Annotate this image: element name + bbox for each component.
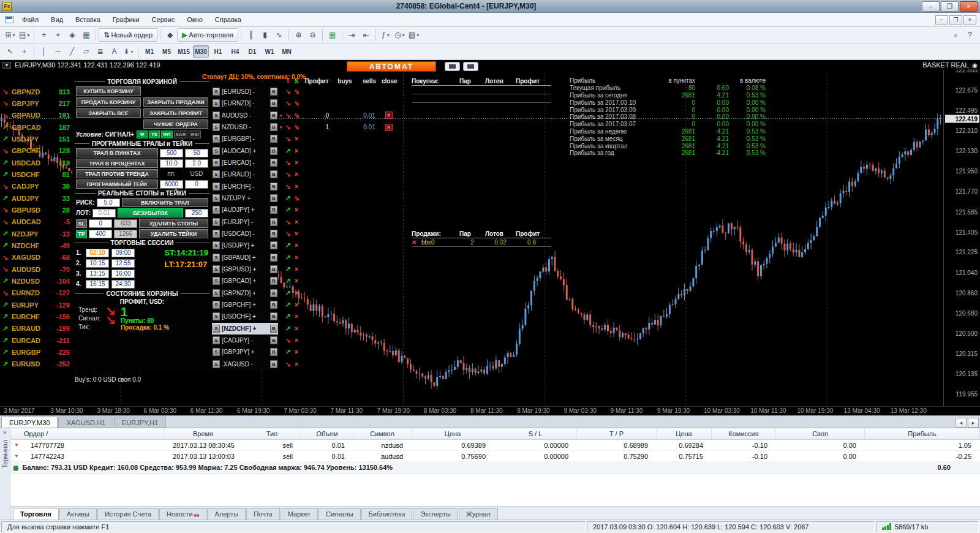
sell-pair-button[interactable]: S: [213, 254, 220, 262]
buy-pair-button[interactable]: B: [270, 88, 277, 96]
breakeven-button[interactable]: БЕЗУБЫТОК: [118, 208, 183, 217]
printer-icon[interactable]: [463, 62, 478, 71]
price-axis[interactable]: 122.855122.675122.495122.310122.130121.9…: [943, 60, 980, 406]
trail-button[interactable]: ТРАЛ В ПРОЦЕНТАХ: [76, 159, 158, 168]
orders-column-header[interactable]: Своп: [776, 428, 865, 439]
session-from-input[interactable]: [86, 270, 109, 278]
buy-pair-button[interactable]: B: [270, 99, 277, 107]
timeframe-w1[interactable]: W1: [262, 45, 277, 58]
auto-scroll-button[interactable]: ⇥: [345, 28, 359, 42]
menu-service[interactable]: Сервис: [146, 13, 181, 26]
navigator-button[interactable]: ◈: [65, 28, 79, 42]
chart-bars-button[interactable]: ║: [244, 28, 258, 42]
signal-row[interactable]: S [EURNZD] - B ↘⇘: [212, 97, 396, 109]
watch-pair-gbpaud[interactable]: ↘ GBPAUD 191: [0, 110, 72, 121]
watch-pair-audcad[interactable]: ↘ AUDCAD -5: [0, 216, 72, 228]
signal-row[interactable]: S [GBPUSD] + B ↗×: [212, 263, 396, 275]
collapse-panel-icon[interactable]: ▼: [2, 62, 11, 69]
signal-row[interactable]: S NZDJPY + B ↗⇘: [212, 192, 396, 204]
sell-pair-button[interactable]: S: [213, 159, 220, 167]
metaeditor-button[interactable]: ◆: [163, 28, 177, 42]
buy-pair-button[interactable]: B: [270, 325, 277, 333]
close-basket-icon[interactable]: ✕: [412, 239, 421, 246]
new-order-button[interactable]: ⇅Новый ордер: [99, 28, 157, 42]
enable-trail-button[interactable]: ВКЛЮЧИТЬ ТРАЛ: [122, 198, 208, 207]
terminal-tab-торговля[interactable]: Торговля: [13, 508, 59, 520]
chart-window-icon[interactable]: [5, 16, 13, 23]
watch-pair-usdcad[interactable]: ↗ USDCAD 119: [0, 157, 72, 168]
sell-pair-button[interactable]: S: [213, 218, 220, 226]
mdi-close-button[interactable]: ×: [963, 15, 976, 25]
sell-pair-button[interactable]: S: [213, 135, 220, 143]
signal-row[interactable]: S [NZDCHF] + B ↗×: [212, 323, 396, 335]
tp-input[interactable]: [89, 230, 112, 238]
menu-insert[interactable]: Вставка: [69, 13, 107, 26]
timeframe-h4[interactable]: H4: [227, 45, 243, 58]
crosshair-button[interactable]: +: [17, 45, 31, 58]
buy-pair-button[interactable]: B: [270, 230, 277, 238]
watch-pair-gbpcad[interactable]: ↗ GBPCAD 187: [0, 121, 72, 133]
help-pointer-button[interactable]: ?: [963, 28, 977, 42]
session-from-input[interactable]: [86, 259, 109, 268]
signal-row[interactable]: S [EURAUD] - B ↘×: [212, 168, 396, 180]
signal-row[interactable]: S .XAGUSD - B ↘×: [212, 358, 396, 370]
signal-row[interactable]: S [USDCHF] + B ↗×: [212, 311, 396, 322]
orders-column-header[interactable]: T / P: [577, 428, 657, 439]
sell-pair-button[interactable]: S: [213, 265, 220, 273]
session-to-input[interactable]: [111, 280, 135, 289]
foreign-orders-button[interactable]: ЧУЖИЕ ОРДЕРА: [143, 119, 208, 129]
signal-row[interactable]: S [USDJPY] + B ↗×: [212, 240, 396, 251]
buy-pair-button[interactable]: B: [270, 241, 277, 249]
vertical-line-button[interactable]: │: [37, 45, 51, 58]
terminal-tab-журнал[interactable]: Журнал: [459, 508, 498, 520]
buy-pair-button[interactable]: B: [270, 159, 277, 167]
orders-column-header[interactable]: Время: [164, 428, 243, 439]
sell-pair-button[interactable]: S: [213, 360, 220, 368]
trail-value-input[interactable]: [185, 159, 208, 168]
sell-pair-button[interactable]: S: [213, 183, 220, 191]
session-to-input[interactable]: [111, 270, 135, 278]
buy-pair-button[interactable]: B: [270, 254, 277, 262]
lot-input[interactable]: [92, 209, 116, 217]
mdi-minimize-button[interactable]: –: [935, 15, 948, 25]
toggle-ф[interactable]: Ф: [137, 130, 148, 138]
terminal-tab-эксперты[interactable]: Эксперты: [413, 508, 458, 520]
close-position-button[interactable]: ×: [385, 124, 393, 131]
buy-pair-button[interactable]: B: [270, 183, 277, 191]
terminal-tab-библиотека[interactable]: Библиотека: [361, 508, 413, 520]
sl-input[interactable]: [89, 219, 112, 228]
buy-pair-button[interactable]: B: [270, 170, 277, 178]
buy-pair-button[interactable]: B: [270, 206, 277, 214]
toggle-фп[interactable]: ФП: [161, 130, 173, 138]
maximize-button[interactable]: ❐: [941, 1, 959, 12]
order-row[interactable]: ▼147742243 2017.03.13 13:00:03 sell 0.01…: [10, 451, 980, 462]
sell-pair-button[interactable]: S: [213, 170, 220, 178]
trail-value-input[interactable]: [185, 149, 208, 157]
grid-button[interactable]: ▦: [325, 28, 339, 42]
templates-button[interactable]: ▨▾: [407, 28, 421, 42]
watch-pair-gbpnzd[interactable]: ↘ GBPNZD 313: [0, 86, 72, 97]
signal-row[interactable]: S [EURCAD] - B ↘×: [212, 157, 396, 168]
close-position-button[interactable]: ×: [385, 112, 393, 119]
orders-column-header[interactable]: Комиссия: [712, 428, 776, 439]
watch-pair-nzdchf[interactable]: ↗ NZDCHF -49: [0, 240, 72, 251]
sell-pair-button[interactable]: S: [213, 325, 220, 333]
data-window-button[interactable]: ⌖: [51, 28, 65, 42]
trail-button[interactable]: ТРАЛ ПРОТИВ ТРЕНДА: [76, 169, 158, 178]
sell-pair-button[interactable]: S: [213, 147, 220, 155]
signal-row[interactable]: S [GBPCAD] + B ↗×: [212, 275, 396, 287]
watch-pair-nzdjpy[interactable]: ↗ NZDJPY -13: [0, 228, 72, 240]
buy-pair-button[interactable]: B: [270, 147, 277, 155]
breakeven-input[interactable]: [185, 209, 208, 217]
watch-pair-eurgbp[interactable]: ↗ EURGBP -225: [0, 346, 72, 358]
signal-row[interactable]: S [CADJPY] - B ↘×: [212, 335, 396, 346]
timeframe-m1[interactable]: M1: [141, 45, 157, 58]
sell-pair-button[interactable]: S: [213, 336, 220, 344]
watch-pair-gbpusd[interactable]: ↘ GBPUSD 28: [0, 204, 72, 216]
new-chart-button[interactable]: ⊞▾: [3, 28, 17, 42]
trail-value-input[interactable]: [160, 159, 183, 168]
fibonacci-retracement-button[interactable]: ≣: [93, 45, 107, 58]
buy-pair-button[interactable]: B: [270, 277, 277, 285]
basket-position-row[interactable]: ✕ bbs0 2 0.02 0.6: [412, 238, 551, 247]
watch-pair-gbpjpy[interactable]: ↘ GBPJPY 217: [0, 97, 72, 109]
